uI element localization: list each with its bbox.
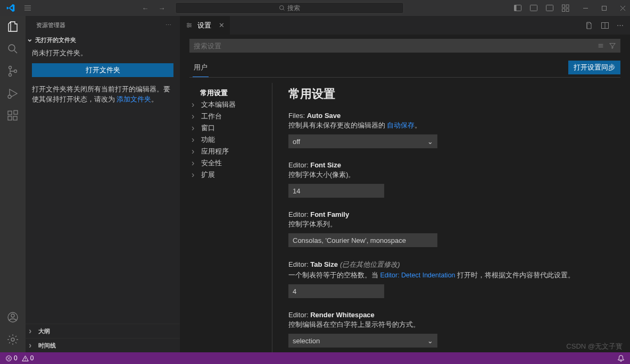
settings-heading: 常用设置 bbox=[288, 86, 610, 102]
maximize-icon[interactable] bbox=[601, 5, 607, 11]
svg-point-16 bbox=[9, 45, 15, 51]
editor-area: 设置 ✕ ⋯ 用户 打开设置同步 bbox=[180, 16, 630, 352]
customize-layout-icon[interactable] bbox=[561, 4, 570, 12]
svg-rect-3 bbox=[515, 5, 517, 11]
settings-content[interactable]: 常用设置 Files: Auto Save 控制具有未保存更改的编辑器的 自动保… bbox=[272, 83, 620, 352]
fontfamily-input[interactable] bbox=[288, 233, 437, 247]
statusbar: 0 0 bbox=[0, 352, 630, 364]
sidebar-hint: 打开文件夹将关闭所有当前打开的编辑器。要使其保持打开状态，请改为 添加文件夹。 bbox=[32, 84, 173, 105]
fontsize-input[interactable] bbox=[288, 184, 384, 198]
toggle-panel-right-icon[interactable] bbox=[545, 4, 554, 12]
titlebar: ← → 搜索 bbox=[0, 0, 630, 16]
source-control-icon[interactable] bbox=[6, 65, 19, 78]
filter-icon[interactable] bbox=[609, 42, 616, 49]
scope-tab-user[interactable]: 用户 bbox=[193, 60, 209, 77]
svg-point-31 bbox=[187, 26, 189, 28]
explorer-sidebar: 资源管理器 ⋯ 无打开的文件夹 尚未打开文件夹。 打开文件夹 打开文件夹将关闭所… bbox=[26, 16, 180, 352]
split-editor-icon[interactable] bbox=[601, 21, 609, 30]
toggle-panel-left-icon[interactable] bbox=[513, 4, 522, 12]
svg-rect-11 bbox=[566, 9, 569, 12]
sidebar-section-label: 无打开的文件夹 bbox=[35, 36, 76, 44]
search-activity-icon[interactable] bbox=[6, 43, 19, 55]
accounts-icon[interactable] bbox=[6, 311, 19, 324]
setting-editor-fontfamily: Editor: Font Family 控制字体系列。 bbox=[288, 210, 610, 247]
chevron-down-icon: ⌄ bbox=[427, 337, 433, 345]
svg-rect-9 bbox=[566, 5, 569, 7]
editor-more-icon[interactable]: ⋯ bbox=[617, 21, 624, 29]
toc-item-features[interactable]: 功能 bbox=[189, 134, 272, 146]
svg-line-1 bbox=[283, 9, 284, 10]
svg-point-38 bbox=[25, 360, 26, 360]
setting-editor-whitespace: Editor: Render Whitespace 控制编辑器在空白字符上显示符… bbox=[288, 311, 610, 348]
svg-rect-10 bbox=[562, 9, 565, 12]
toggle-panel-bottom-icon[interactable] bbox=[529, 4, 538, 12]
no-folder-message: 尚未打开文件夹。 bbox=[32, 48, 173, 58]
settings-toc: 常用设置 文本编辑器 工作台 窗口 功能 应用程序 安全性 扩展 bbox=[189, 83, 272, 352]
tabs-row: 设置 ✕ ⋯ bbox=[180, 16, 630, 35]
close-icon[interactable] bbox=[620, 5, 626, 11]
settings-search-input[interactable] bbox=[194, 42, 597, 50]
setting-editor-tabsize: Editor: Tab Size(已在其他位置修改) 一个制表符等于的空格数。当… bbox=[288, 260, 610, 298]
toc-item-extensions[interactable]: 扩展 bbox=[189, 169, 272, 181]
svg-point-29 bbox=[187, 23, 189, 24]
open-settings-sync-button[interactable]: 打开设置同步 bbox=[568, 61, 620, 74]
settings-gear-icon[interactable] bbox=[6, 333, 19, 346]
svg-point-21 bbox=[8, 95, 11, 98]
detect-indentation-link[interactable]: Editor: Detect Indentation bbox=[380, 272, 455, 279]
svg-rect-23 bbox=[8, 116, 12, 120]
setting-files-autosave: Files: Auto Save 控制具有未保存更改的编辑器的 自动保存。 of… bbox=[288, 112, 610, 148]
activity-bar bbox=[0, 16, 26, 352]
svg-rect-25 bbox=[14, 111, 18, 114]
svg-point-28 bbox=[11, 338, 14, 341]
settings-tab-icon bbox=[185, 21, 193, 29]
svg-rect-24 bbox=[13, 116, 17, 120]
sidebar-section-outline[interactable]: 大纲 bbox=[26, 324, 180, 338]
extensions-icon[interactable] bbox=[6, 109, 19, 122]
svg-point-27 bbox=[11, 314, 14, 317]
open-folder-button[interactable]: 打开文件夹 bbox=[32, 63, 173, 77]
sidebar-title: 资源管理器 bbox=[36, 21, 65, 29]
explorer-icon[interactable] bbox=[6, 20, 19, 33]
svg-rect-22 bbox=[8, 111, 12, 115]
clear-search-icon[interactable] bbox=[597, 42, 604, 49]
svg-rect-8 bbox=[562, 5, 565, 7]
status-errors[interactable]: 0 bbox=[5, 354, 18, 362]
svg-rect-13 bbox=[602, 6, 607, 10]
sidebar-section-folders[interactable]: 无打开的文件夹 bbox=[26, 35, 180, 45]
menu-icon[interactable] bbox=[23, 4, 32, 12]
svg-point-18 bbox=[9, 66, 12, 69]
status-warnings[interactable]: 0 bbox=[22, 354, 34, 362]
autosave-link[interactable]: 自动保存 bbox=[387, 122, 415, 129]
toc-item-workbench[interactable]: 工作台 bbox=[189, 111, 272, 122]
toc-item-common[interactable]: 常用设置 bbox=[189, 87, 272, 99]
add-folder-link[interactable]: 添加文件夹 bbox=[117, 96, 151, 103]
setting-editor-fontsize: Editor: Font Size 控制字体大小(像素)。 bbox=[288, 161, 610, 198]
nav-forward-icon[interactable]: → bbox=[159, 4, 165, 12]
tab-settings[interactable]: 设置 ✕ bbox=[180, 16, 230, 35]
toc-item-window[interactable]: 窗口 bbox=[189, 122, 272, 134]
sidebar-section-timeline[interactable]: 时间线 bbox=[26, 338, 180, 352]
autosave-dropdown[interactable]: off⌄ bbox=[288, 134, 437, 148]
run-debug-icon[interactable] bbox=[6, 87, 19, 100]
settings-search-box[interactable] bbox=[189, 39, 620, 53]
status-notifications-icon[interactable] bbox=[617, 354, 625, 362]
chevron-down-icon: ⌄ bbox=[427, 138, 433, 146]
sidebar-more-icon[interactable]: ⋯ bbox=[165, 22, 171, 29]
tab-close-icon[interactable]: ✕ bbox=[219, 21, 225, 29]
search-placeholder: 搜索 bbox=[287, 4, 300, 13]
tabsize-input[interactable] bbox=[288, 284, 384, 298]
svg-point-30 bbox=[189, 24, 191, 26]
svg-point-19 bbox=[9, 74, 12, 77]
svg-point-0 bbox=[279, 6, 284, 10]
svg-line-17 bbox=[14, 50, 17, 53]
vscode-logo-icon bbox=[4, 2, 17, 14]
minimize-icon[interactable] bbox=[583, 5, 588, 11]
toc-item-security[interactable]: 安全性 bbox=[189, 157, 272, 169]
tab-label: 设置 bbox=[197, 21, 211, 30]
whitespace-dropdown[interactable]: selection⌄ bbox=[288, 334, 437, 348]
toc-item-application[interactable]: 应用程序 bbox=[189, 146, 272, 157]
nav-back-icon[interactable]: ← bbox=[142, 4, 149, 12]
command-center-search[interactable]: 搜索 bbox=[175, 2, 404, 14]
toc-item-text-editor[interactable]: 文本编辑器 bbox=[189, 99, 272, 111]
open-settings-json-icon[interactable] bbox=[585, 21, 593, 30]
